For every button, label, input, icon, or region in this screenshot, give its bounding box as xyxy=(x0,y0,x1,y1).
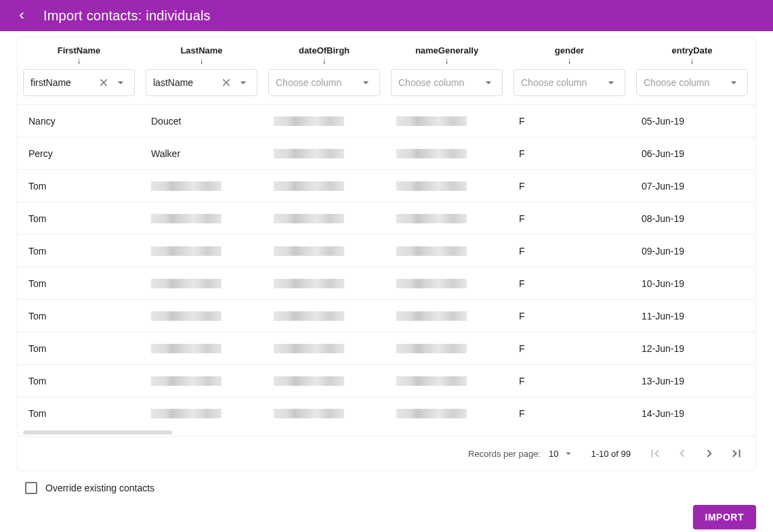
cell-namegenerally xyxy=(385,332,508,364)
redacted-value xyxy=(151,214,252,223)
redacted-value xyxy=(151,246,252,256)
column-source-label: entryDate xyxy=(672,45,713,56)
clear-icon[interactable] xyxy=(98,76,110,89)
table-row: TomF13-Jun-19 xyxy=(18,365,755,397)
column-target-select[interactable]: Choose column xyxy=(514,69,625,96)
cell-lastname xyxy=(140,397,263,430)
column-target-select[interactable]: Choose column xyxy=(636,69,748,96)
caret-down-icon xyxy=(727,76,740,89)
cell-firstname: Nancy xyxy=(18,105,140,137)
caret-down-icon xyxy=(359,76,373,89)
cell-firstname: Tom xyxy=(18,300,140,332)
table-row: PercyWalkerF06-Jun-19 xyxy=(18,137,755,170)
column-source-label: gender xyxy=(555,45,584,56)
column-target-select[interactable]: Choose column xyxy=(391,69,503,96)
override-row: Override existing contacts xyxy=(17,471,756,500)
last-page-button[interactable] xyxy=(728,445,745,462)
redacted-value xyxy=(151,279,252,288)
cell-lastname xyxy=(140,365,263,397)
redacted-value xyxy=(274,116,375,126)
caret-down-icon xyxy=(562,447,574,460)
import-button[interactable]: IMPORT xyxy=(693,505,756,529)
column-target-select[interactable]: firstName xyxy=(23,69,135,96)
column-mapping: FirstName↓firstName xyxy=(18,45,140,96)
cell-dateofbirth xyxy=(263,397,385,430)
chevron-left-icon xyxy=(15,9,28,22)
cell-entrydate: 13-Jun-19 xyxy=(631,365,753,397)
arrow-down-icon: ↓ xyxy=(445,57,449,65)
first-page-button[interactable] xyxy=(647,445,663,462)
select-value: firstName xyxy=(30,77,71,88)
cell-namegenerally xyxy=(385,365,508,397)
column-mapping: nameGenerally↓Choose column xyxy=(385,45,508,96)
column-mapping: entryDate↓Choose column xyxy=(631,45,753,96)
cell-entrydate: 05-Jun-19 xyxy=(631,105,753,137)
override-checkbox[interactable] xyxy=(25,482,37,494)
select-value: Choose column xyxy=(644,77,709,88)
records-per-page-label: Records per page: xyxy=(468,449,541,459)
arrow-down-icon: ↓ xyxy=(322,57,327,65)
cell-dateofbirth xyxy=(263,332,385,364)
records-per-page-select[interactable]: 10 xyxy=(549,447,574,460)
cell-namegenerally xyxy=(385,202,508,234)
column-mapping: dateOfBirgh↓Choose column xyxy=(263,45,385,96)
redacted-value xyxy=(274,409,375,418)
scrollbar-thumb[interactable] xyxy=(23,430,172,435)
column-target-select[interactable]: Choose column xyxy=(268,69,380,96)
redacted-value xyxy=(274,279,375,288)
redacted-value xyxy=(274,311,375,321)
cell-namegenerally xyxy=(385,300,508,332)
arrow-down-icon: ↓ xyxy=(77,57,81,65)
table-row: TomF07-Jun-19 xyxy=(18,170,755,202)
redacted-value xyxy=(396,246,497,256)
cell-gender: F xyxy=(508,397,631,430)
redacted-value xyxy=(151,376,252,386)
redacted-value xyxy=(396,149,497,158)
cell-entrydate: 07-Jun-19 xyxy=(631,170,753,202)
caret-down-icon xyxy=(482,76,495,89)
column-mapping-header: FirstName↓firstNameLastName↓lastNamedate… xyxy=(18,37,755,105)
redacted-value xyxy=(396,409,497,418)
cell-namegenerally xyxy=(385,235,508,267)
cell-gender: F xyxy=(508,202,631,234)
override-label: Override existing contacts xyxy=(45,483,154,493)
column-source-label: dateOfBirgh xyxy=(299,45,350,56)
horizontal-scrollbar[interactable] xyxy=(18,430,755,437)
prev-page-button[interactable] xyxy=(674,445,690,462)
cell-dateofbirth xyxy=(263,105,385,137)
cell-dateofbirth xyxy=(263,235,385,267)
caret-down-icon xyxy=(604,76,618,89)
select-value: Choose column xyxy=(276,77,341,88)
caret-down-icon xyxy=(114,76,127,89)
cell-dateofbirth xyxy=(263,300,385,332)
redacted-value xyxy=(274,246,375,256)
select-value: Choose column xyxy=(398,77,464,88)
redacted-value xyxy=(396,181,497,191)
clear-icon[interactable] xyxy=(220,76,232,89)
select-value: Choose column xyxy=(521,77,587,88)
cell-dateofbirth xyxy=(263,202,385,234)
cell-gender: F xyxy=(508,365,631,397)
table-row: NancyDoucetF05-Jun-19 xyxy=(18,105,755,137)
redacted-value xyxy=(151,344,252,353)
back-button[interactable] xyxy=(11,5,33,26)
cell-entrydate: 09-Jun-19 xyxy=(631,235,753,267)
table-row: TomF08-Jun-19 xyxy=(18,202,755,235)
cell-gender: F xyxy=(508,300,631,332)
redacted-value xyxy=(396,116,497,126)
column-mapping: gender↓Choose column xyxy=(508,45,631,96)
redacted-value xyxy=(151,409,252,418)
cell-lastname xyxy=(140,267,263,299)
cell-entrydate: 10-Jun-19 xyxy=(631,267,753,299)
next-page-button[interactable] xyxy=(701,445,717,462)
cell-firstname: Tom xyxy=(18,202,140,234)
cell-entrydate: 12-Jun-19 xyxy=(631,332,753,364)
cell-firstname: Tom xyxy=(18,235,140,267)
first-page-icon xyxy=(648,446,663,461)
cell-lastname xyxy=(140,300,263,332)
redacted-value xyxy=(396,376,497,386)
cell-namegenerally xyxy=(385,105,508,137)
cell-dateofbirth xyxy=(263,365,385,397)
table-row: TomF11-Jun-19 xyxy=(18,300,755,332)
column-target-select[interactable]: lastName xyxy=(146,69,257,96)
